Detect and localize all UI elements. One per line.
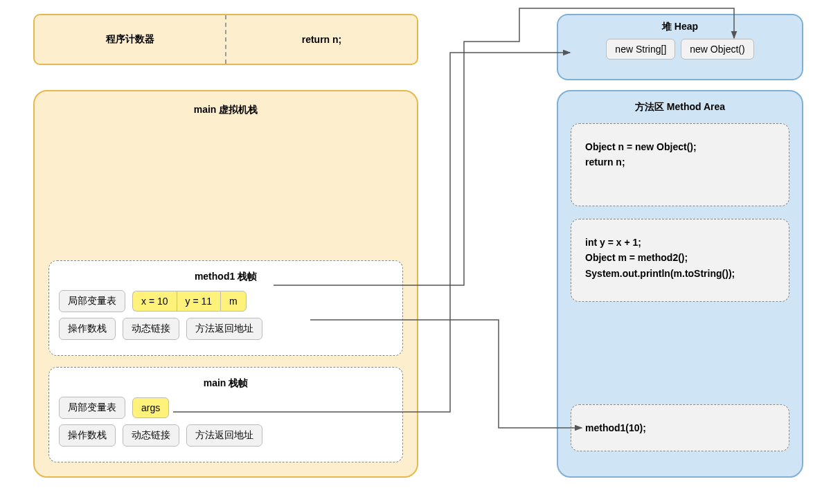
code-block-method1: int y = x + 1; Object m = method2(); Sys…: [571, 219, 789, 302]
local-slot: y = 11: [177, 291, 221, 312]
local-slot-args: args: [132, 397, 169, 418]
return-address-label: 方法返回地址: [186, 424, 262, 447]
vm-stack-title: main 虚拟机栈: [35, 104, 417, 116]
frame-title: main 栈帧: [59, 377, 393, 390]
heap-title: 堆 Heap: [568, 21, 792, 33]
return-statement: return n;: [226, 15, 417, 64]
local-slot: x = 10: [132, 291, 177, 312]
local-slot-m: m: [220, 291, 247, 312]
code-block-method2: Object n = new Object(); return n;: [571, 123, 789, 206]
operand-stack-label: 操作数栈: [59, 318, 116, 340]
locals-slots: args: [132, 397, 169, 418]
frame-title: method1 栈帧: [59, 271, 393, 283]
dynamic-link-label: 动态链接: [123, 318, 179, 340]
stack-frame-main: main 栈帧 局部变量表 args 操作数栈 动态链接 方法返回地址: [48, 367, 403, 462]
locals-label: 局部变量表: [59, 290, 125, 312]
operand-stack-label: 操作数栈: [59, 424, 116, 447]
method-area-box: 方法区 Method Area Object n = new Object();…: [557, 90, 803, 478]
top-pc-return-box: 程序计数器 return n;: [33, 14, 418, 65]
return-address-label: 方法返回地址: [186, 318, 262, 340]
vm-stack-box: main 虚拟机栈 method1 栈帧 局部变量表 x = 10 y = 11…: [33, 90, 418, 478]
locals-slots: x = 10 y = 11 m: [132, 291, 247, 312]
program-counter-label: 程序计数器: [35, 15, 226, 64]
heap-object: new Object(): [681, 39, 753, 60]
heap-object: new String[]: [606, 39, 675, 60]
heap-box: 堆 Heap new String[] new Object(): [557, 14, 803, 80]
code-block-main: method1(10);: [571, 404, 789, 451]
dynamic-link-label: 动态链接: [123, 424, 179, 447]
locals-label: 局部变量表: [59, 397, 125, 419]
method-area-title: 方法区 Method Area: [571, 101, 789, 114]
stack-frame-method1: method1 栈帧 局部变量表 x = 10 y = 11 m 操作数栈 动态…: [48, 260, 403, 356]
